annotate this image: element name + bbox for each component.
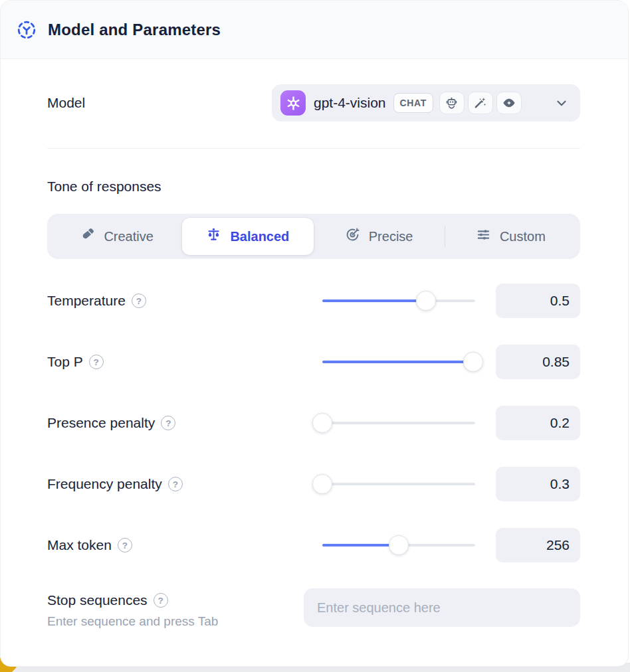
- max-token-row: Max token ? 256: [47, 515, 580, 576]
- max-token-slider[interactable]: [322, 535, 475, 555]
- slider-thumb[interactable]: [312, 413, 332, 433]
- slider-thumb[interactable]: [312, 474, 332, 494]
- slider-fill: [322, 544, 399, 546]
- parameter-list: Temperature ? 0.5 Top P ?: [47, 270, 580, 576]
- frequency-penalty-label: Frequency penalty ?: [47, 476, 322, 492]
- page: Model and Parameters Model gpt-4-visi: [0, 0, 630, 672]
- slider-fill: [322, 299, 426, 302]
- help-icon[interactable]: ?: [168, 477, 183, 491]
- tab-custom[interactable]: Custom: [445, 218, 576, 255]
- stop-sequences-labels: Stop sequences ? Enter sequence and pres…: [47, 588, 218, 629]
- help-icon[interactable]: ?: [132, 294, 146, 308]
- slider-track[interactable]: [322, 483, 475, 485]
- model-capability-badges: [439, 92, 522, 114]
- model-row: Model gpt-4-vision CHAT: [47, 84, 580, 122]
- section-divider: [47, 148, 580, 149]
- top-p-label: Top P ?: [47, 354, 322, 370]
- slider-thumb[interactable]: [416, 291, 436, 311]
- model-label: Model: [47, 95, 85, 111]
- tab-balanced[interactable]: Balanced: [182, 218, 313, 255]
- frequency-penalty-row: Frequency penalty ? 0.3: [47, 454, 580, 515]
- model-node-icon: [17, 20, 37, 40]
- slider-thumb[interactable]: [463, 352, 483, 372]
- slider-fill: [322, 361, 473, 363]
- tone-section-heading: Tone of responses: [47, 179, 580, 195]
- model-parameters-panel: Model and Parameters Model gpt-4-visi: [0, 0, 629, 667]
- chevron-down-icon: [554, 96, 569, 110]
- max-token-label-text: Max token: [47, 537, 112, 553]
- tab-creative[interactable]: Creative: [51, 218, 182, 255]
- presence-penalty-slider[interactable]: [322, 413, 475, 433]
- openai-logo-icon: [280, 90, 306, 116]
- balance-scale-icon: [206, 227, 221, 246]
- paintbrush-icon: [80, 227, 95, 246]
- presence-penalty-value[interactable]: 0.2: [496, 406, 580, 440]
- selected-model-name: gpt-4-vision: [314, 95, 386, 111]
- temperature-label-text: Temperature: [47, 293, 126, 309]
- panel-header: Model and Parameters: [1, 1, 628, 59]
- tab-precise[interactable]: Precise: [314, 218, 445, 255]
- robot-icon: [439, 92, 465, 114]
- slider-thumb[interactable]: [389, 535, 409, 555]
- tab-creative-label: Creative: [104, 229, 153, 244]
- max-token-value[interactable]: 256: [496, 528, 580, 562]
- stop-sequences-row: Stop sequences ? Enter sequence and pres…: [47, 588, 580, 629]
- frequency-penalty-label-text: Frequency penalty: [47, 476, 162, 492]
- help-icon[interactable]: ?: [161, 416, 175, 430]
- top-p-value[interactable]: 0.85: [496, 345, 580, 379]
- tone-tab-group: Creative Balanced: [47, 214, 580, 259]
- panel-body: Model gpt-4-vision CHAT: [1, 84, 628, 629]
- top-p-label-text: Top P: [47, 354, 83, 370]
- stop-sequence-input[interactable]: [304, 588, 580, 627]
- magic-wand-icon: [468, 92, 493, 114]
- max-token-label: Max token ?: [47, 537, 322, 553]
- model-type-badge: CHAT: [393, 93, 433, 113]
- presence-penalty-label-text: Presence penalty: [47, 415, 155, 431]
- frequency-penalty-value[interactable]: 0.3: [496, 467, 580, 501]
- help-icon[interactable]: ?: [89, 355, 104, 369]
- page-title: Model and Parameters: [48, 21, 221, 39]
- temperature-label: Temperature ?: [47, 293, 322, 309]
- target-arrow-icon: [345, 227, 360, 246]
- sliders-icon: [476, 227, 491, 246]
- vision-eye-icon: [496, 92, 522, 114]
- temperature-row: Temperature ? 0.5: [47, 270, 580, 331]
- frequency-penalty-slider[interactable]: [322, 474, 475, 494]
- slider-track[interactable]: [322, 422, 475, 424]
- tab-precise-label: Precise: [369, 229, 413, 244]
- stop-sequences-label-text: Stop sequences: [47, 592, 148, 608]
- tab-custom-label: Custom: [500, 229, 546, 244]
- presence-penalty-label: Presence penalty ?: [47, 415, 322, 431]
- stop-sequences-label: Stop sequences ?: [47, 592, 218, 608]
- top-p-slider[interactable]: [322, 352, 475, 372]
- temperature-slider[interactable]: [322, 291, 475, 311]
- help-icon[interactable]: ?: [154, 593, 168, 608]
- help-icon[interactable]: ?: [118, 538, 132, 552]
- top-p-row: Top P ? 0.85: [47, 331, 580, 392]
- presence-penalty-row: Presence penalty ? 0.2: [47, 392, 580, 454]
- tab-balanced-label: Balanced: [230, 229, 289, 244]
- stop-sequences-hint: Enter sequence and press Tab: [47, 614, 218, 629]
- temperature-value[interactable]: 0.5: [496, 284, 580, 318]
- model-select-dropdown[interactable]: gpt-4-vision CHAT: [272, 84, 580, 122]
